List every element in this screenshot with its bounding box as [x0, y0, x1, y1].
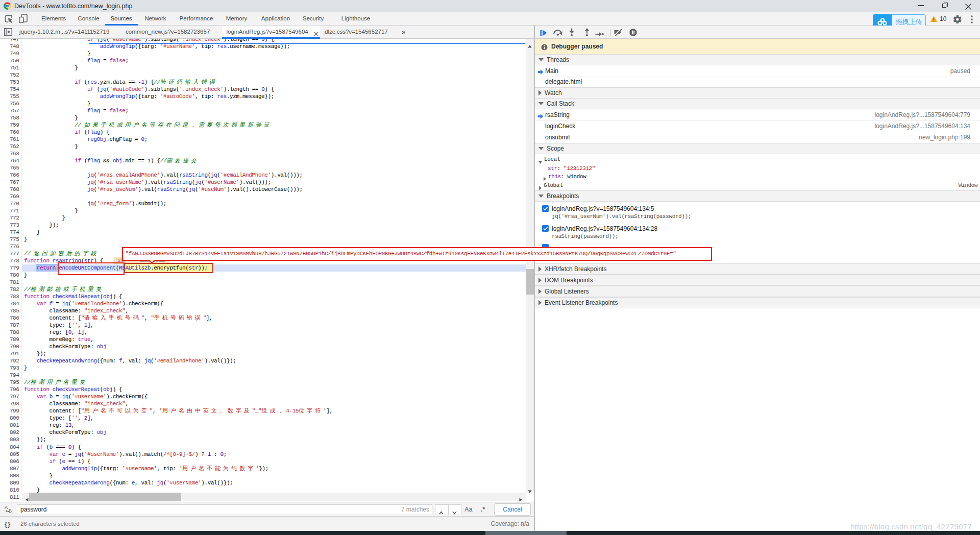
svg-text:A: A: [5, 505, 8, 510]
svg-text:B: B: [9, 508, 12, 514]
